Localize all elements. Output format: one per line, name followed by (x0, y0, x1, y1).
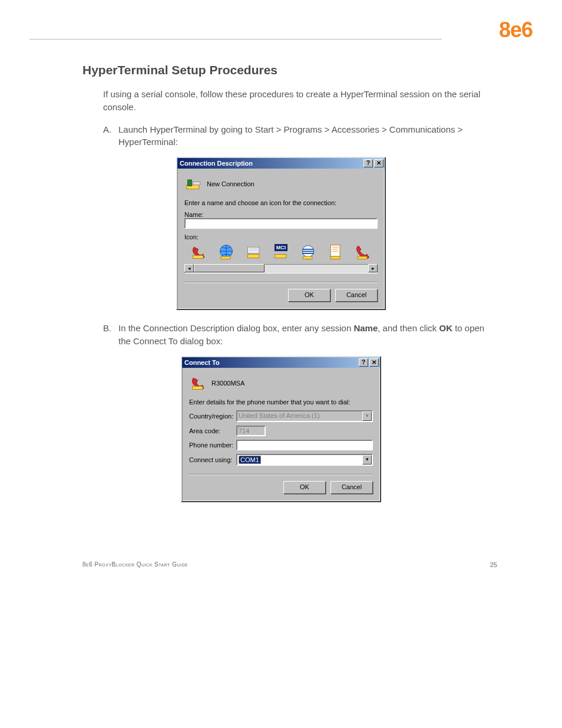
icon-label: Icon: (184, 233, 378, 241)
dialog-title: Connection Description (180, 160, 362, 167)
att-globe-icon[interactable] (299, 243, 317, 262)
header-rule (29, 39, 442, 39)
svg-rect-12 (303, 256, 313, 259)
country-label: Country/region: (189, 413, 236, 420)
instruction-text: Enter details for the phone number that … (189, 398, 373, 406)
footer-title: 8e6 ProxyBlocker Quick Start Guide (82, 561, 188, 568)
ok-button[interactable]: OK (283, 481, 326, 494)
connection-name: R3000MSA (211, 380, 244, 387)
brand-logo: 8e6 (499, 18, 533, 42)
section-title: HyperTerminal Setup Procedures (82, 63, 533, 77)
area-code-label: Area code: (189, 427, 236, 434)
svg-rect-2 (193, 182, 200, 185)
icon-picker[interactable]: MCI (184, 241, 378, 264)
scroll-left-button[interactable]: ◂ (184, 264, 194, 272)
svg-rect-10 (275, 255, 286, 258)
help-button[interactable]: ? (359, 358, 368, 367)
connection-name-label: New Connection (207, 180, 254, 187)
close-button[interactable]: ✕ (369, 358, 379, 367)
divider (189, 474, 373, 475)
scroll-right-button[interactable]: ▸ (368, 264, 378, 272)
svg-rect-3 (193, 255, 204, 258)
icon-scrollbar[interactable]: ◂ ▸ (184, 264, 378, 274)
titlebar[interactable]: Connect To ? ✕ (182, 357, 380, 368)
titlebar[interactable]: Connection Description ? ✕ (177, 158, 385, 169)
help-button[interactable]: ? (363, 159, 373, 167)
divider (184, 282, 378, 283)
phone-icon (189, 374, 208, 393)
instruction-text: Enter a name and choose an icon for the … (184, 199, 378, 206)
chevron-down-icon[interactable] (362, 455, 372, 465)
svg-rect-15 (358, 256, 367, 259)
cancel-button[interactable]: Cancel (335, 289, 378, 302)
connection-description-dialog: Connection Description ? ✕ New Connectio… (176, 157, 386, 310)
phone-icon[interactable] (190, 243, 208, 262)
svg-rect-5 (222, 256, 231, 259)
connect-using-select[interactable]: COM1 (236, 454, 373, 466)
step-a: A. Launch HyperTerminal by going to Star… (103, 123, 497, 149)
step-text: Launch HyperTerminal by going to Start >… (118, 123, 497, 149)
svg-rect-14 (330, 256, 340, 259)
svg-rect-13 (330, 245, 340, 256)
intro-paragraph: If using a serial console, follow these … (103, 88, 497, 114)
step-letter: B. (103, 322, 118, 348)
connection-icon (184, 174, 203, 193)
red-phone-icon[interactable] (354, 243, 372, 262)
country-select: United States of America (1) (236, 410, 373, 422)
phone-number-label: Phone number: (189, 442, 236, 449)
connect-to-dialog: Connect To ? ✕ R3000MSA Enter details fo… (181, 356, 381, 502)
phone-number-input[interactable] (236, 440, 373, 450)
scroll-thumb[interactable] (194, 264, 265, 272)
name-label: Name: (184, 211, 378, 218)
step-letter: A. (103, 123, 118, 149)
step-b: B. In the Connection Description dialog … (103, 322, 497, 348)
area-code-input (236, 426, 266, 436)
ok-button[interactable]: OK (288, 289, 330, 302)
page-footer: 8e6 ProxyBlocker Quick Start Guide 25 (82, 561, 497, 568)
modem-icon[interactable] (245, 243, 263, 262)
dialog-title: Connect To (184, 359, 358, 366)
connect-using-label: Connect using: (189, 456, 236, 463)
svg-rect-16 (193, 386, 203, 389)
name-input[interactable] (184, 218, 378, 229)
page-number: 25 (490, 561, 497, 568)
svg-rect-1 (188, 180, 192, 186)
globe-icon[interactable] (217, 243, 235, 262)
document-icon[interactable] (326, 243, 344, 262)
mci-icon[interactable]: MCI (272, 243, 290, 262)
chevron-down-icon (362, 411, 372, 421)
step-text: In the Connection Description dialog box… (118, 322, 497, 348)
close-button[interactable]: ✕ (374, 159, 384, 167)
cancel-button[interactable]: Cancel (330, 481, 373, 494)
svg-rect-7 (247, 255, 259, 258)
